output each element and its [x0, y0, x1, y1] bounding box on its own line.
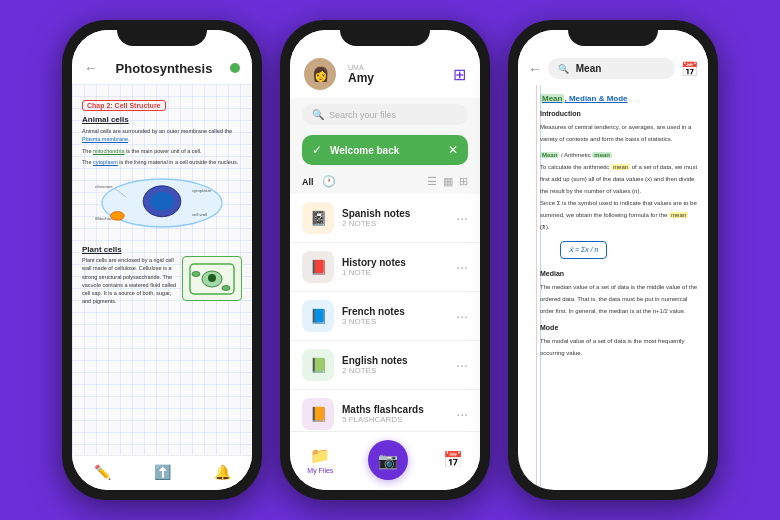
animal-cells-title: Animal cells — [82, 115, 242, 124]
mean-highlight: Mean — [540, 94, 564, 103]
note-content: Chap 2: Cell Structure Animal cells Anim… — [78, 90, 246, 313]
my-files-label: My Files — [307, 467, 333, 474]
mitochondria-text: The mitochondria is the main power unit … — [82, 147, 242, 155]
plant-cells-title: Plant cells — [82, 245, 242, 254]
filter-all-tab[interactable]: All — [302, 177, 314, 187]
grid-icon[interactable]: ⊞ — [453, 65, 466, 84]
mode-text: The modal value of a set of data is the … — [528, 335, 698, 359]
more-icon[interactable]: ··· — [456, 406, 468, 422]
phone-1: ← Photosynthesis Chap 2: Cell Structure … — [62, 20, 262, 500]
ph1-title: Photosynthesis — [116, 61, 213, 76]
bar-chart-icon[interactable]: ▦ — [443, 175, 453, 188]
svg-text:ribosome: ribosome — [95, 184, 113, 189]
svg-point-2 — [150, 192, 174, 211]
intro-heading: Introduction — [528, 107, 698, 121]
history-notes-name: History notes — [342, 257, 448, 268]
more-icon[interactable]: ··· — [456, 357, 468, 373]
svg-point-6 — [111, 212, 125, 221]
chapter-label: Chap 2: Cell Structure — [82, 100, 166, 111]
phone-3-notch — [568, 20, 658, 46]
maths-notes-count: 5 FLASHCARDS — [342, 415, 448, 424]
mean-label: Mean — [540, 152, 559, 158]
intro-text: Measures of central tendency, or average… — [528, 121, 698, 145]
mean-label2: mean — [592, 152, 612, 158]
mean-formula: x̄ = Σx / n — [560, 241, 607, 259]
mean-text2: Since Σ is the symbol used to indicate t… — [528, 197, 698, 233]
welcome-banner: ✓ Welcome back ✕ — [302, 135, 468, 165]
mean-formula-ref: mean — [669, 212, 688, 218]
camera-icon: 📷 — [378, 451, 398, 470]
ph1-content: Chap 2: Cell Structure Animal cells Anim… — [72, 84, 252, 455]
phone-3: ← 🔍 Mean 📅 Mean, Median & Mode Intr — [508, 20, 718, 500]
bell-icon[interactable]: 🔔 — [214, 464, 231, 480]
username-label: UMA — [348, 64, 374, 71]
french-notes-icon: 📘 — [302, 300, 334, 332]
phone-3-screen: ← 🔍 Mean 📅 Mean, Median & Mode Intr — [518, 30, 708, 490]
english-notes-info: English notes 2 NOTES — [342, 355, 448, 375]
spanish-notes-name: Spanish notes — [342, 208, 448, 219]
scan-fab[interactable]: 📷 — [368, 440, 408, 480]
plant-cells-text: Plant cells are enclosed by a rigid cell… — [82, 256, 242, 306]
calendar-nav[interactable]: 📅 — [443, 450, 463, 471]
cell-diagram: ribosome Mitochondrion cytoplasm cell wa… — [82, 173, 242, 233]
back-icon[interactable]: ← — [84, 60, 98, 76]
svg-point-12 — [192, 271, 200, 276]
spanish-notes-count: 2 NOTES — [342, 219, 448, 228]
spanish-notes-info: Spanish notes 2 NOTES — [342, 208, 448, 228]
clock-icon[interactable]: 🕐 — [322, 175, 336, 188]
close-icon[interactable]: ✕ — [448, 143, 458, 157]
list-item[interactable]: 📘 French notes 3 NOTES ··· — [290, 292, 480, 341]
ph3-search-bar[interactable]: 🔍 Mean — [548, 58, 675, 79]
list-item[interactable]: 📕 History notes 1 NOTE ··· — [290, 243, 480, 292]
median-text: The median value of a set of data is the… — [528, 281, 698, 317]
welcome-text: Welcome back — [330, 145, 399, 156]
english-notes-name: English notes — [342, 355, 448, 366]
list-item[interactable]: 📗 English notes 2 NOTES ··· — [290, 341, 480, 390]
note-main-heading: Mean, Median & Mode — [528, 91, 698, 107]
list-view-icon[interactable]: ☰ — [427, 175, 437, 188]
bottom-nav: 📁 My Files 📷 📅 — [290, 431, 480, 490]
pencil-icon[interactable]: ✏️ — [94, 464, 111, 480]
more-icon[interactable]: ··· — [456, 308, 468, 324]
more-icon[interactable]: ··· — [456, 210, 468, 226]
note-lines: Mean, Median & Mode Introduction Measure… — [528, 91, 698, 359]
cytoplasm-text: The cytoplasm is the living material in … — [82, 158, 242, 166]
plasma-membrane: Plasma membrane — [82, 136, 128, 142]
ph3-content: Mean, Median & Mode Introduction Measure… — [518, 85, 708, 490]
grid-view-icon[interactable]: ⊞ — [459, 175, 468, 188]
header-actions: ⊞ — [453, 65, 466, 84]
filter-tabs: All 🕐 ☰ ▦ ⊞ — [290, 169, 480, 194]
english-notes-icon: 📗 — [302, 349, 334, 381]
avatar: 👩 — [304, 58, 336, 90]
history-notes-info: History notes 1 NOTE — [342, 257, 448, 277]
my-files-nav[interactable]: 📁 My Files — [307, 446, 333, 474]
plant-sketch — [182, 256, 242, 301]
mean-search-text: Mean — [576, 63, 602, 74]
ph3-back-icon[interactable]: ← — [528, 61, 542, 77]
search-bar[interactable]: 🔍 Search your files — [302, 104, 468, 125]
formula-container: x̄ = Σx / n — [528, 237, 698, 263]
history-notes-icon: 📕 — [302, 251, 334, 283]
calendar-icon-ph3[interactable]: 📅 — [681, 61, 698, 77]
french-notes-info: French notes 3 NOTES — [342, 306, 448, 326]
list-item[interactable]: 📙 Maths flashcards 5 FLASHCARDS ··· — [290, 390, 480, 431]
spanish-notes-icon: 📓 — [302, 202, 334, 234]
svg-text:cytoplasm: cytoplasm — [192, 188, 212, 193]
mean-text1: To calculate the arithmetic mean of a se… — [528, 161, 698, 197]
username: Amy — [348, 71, 374, 85]
list-item[interactable]: 📓 Spanish notes 2 NOTES ··· — [290, 194, 480, 243]
svg-point-11 — [208, 274, 216, 282]
mean-title: Mean / Arithmetic mean — [528, 149, 698, 161]
check-icon: ✓ — [312, 143, 322, 157]
maths-notes-icon: 📙 — [302, 398, 334, 430]
search-icon: 🔍 — [312, 109, 324, 120]
english-notes-count: 2 NOTES — [342, 366, 448, 375]
share-icon[interactable]: ⬆️ — [154, 464, 171, 480]
mitochondria-link: mitochondria — [93, 148, 125, 154]
mode-title: Mode — [528, 321, 698, 335]
more-icon[interactable]: ··· — [456, 259, 468, 275]
maths-notes-info: Maths flashcards 5 FLASHCARDS — [342, 404, 448, 424]
ph1-toolbar: ✏️ ⬆️ 🔔 — [72, 455, 252, 490]
search-placeholder: Search your files — [329, 110, 396, 120]
french-notes-count: 3 NOTES — [342, 317, 448, 326]
